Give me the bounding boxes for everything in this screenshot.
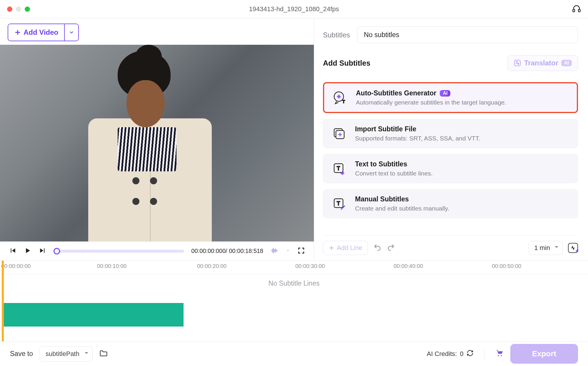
chevron-down-icon <box>69 30 74 35</box>
import-file-icon <box>331 125 347 142</box>
option-auto-subtitles[interactable]: T Auto-Subtitles Generator AI Automatica… <box>323 82 578 113</box>
cart-button[interactable] <box>495 348 504 359</box>
open-folder-button[interactable] <box>99 349 108 359</box>
support-icon[interactable] <box>572 4 581 14</box>
scrubber-thumb[interactable] <box>54 248 60 254</box>
option-desc: Convert text to subtitle lines. <box>355 170 433 177</box>
ruler-tick: 00:00:10:00 <box>97 263 126 269</box>
svg-rect-1 <box>578 9 580 12</box>
undo-button[interactable] <box>373 243 382 253</box>
ai-badge: AI <box>440 90 450 97</box>
add-subtitles-heading: Add Subtitles <box>323 59 370 67</box>
ruler-tick: 00:00:00:00 <box>1 263 31 269</box>
option-desc: Create and edit subtitles manually. <box>355 205 449 212</box>
translator-label: Translator <box>524 59 558 67</box>
add-line-button[interactable]: Add Line <box>323 241 368 255</box>
add-video-dropdown[interactable] <box>64 24 78 41</box>
svg-rect-0 <box>573 9 575 12</box>
video-preview[interactable] <box>0 45 314 241</box>
fullscreen-button[interactable] <box>297 247 305 256</box>
option-desc: Supported formats: SRT, ASS, SSA, and VT… <box>355 135 480 142</box>
waveform-options-icon[interactable] <box>286 248 290 254</box>
export-button[interactable]: Export <box>510 344 578 364</box>
next-frame-button[interactable] <box>39 247 46 256</box>
option-text-to-subtitles[interactable]: T Text to Subtitles Convert text to subt… <box>323 154 578 183</box>
player-controls: 00:00:00:000/ 00:00:18:518 <box>0 241 314 260</box>
waveform-icon[interactable] <box>270 246 279 256</box>
add-line-label: Add Line <box>337 244 362 252</box>
text-to-subtitles-icon: T <box>331 160 347 177</box>
window-title: 1943413-hd_1920_1080_24fps <box>249 5 339 13</box>
save-path-select[interactable]: subtitlePath <box>39 346 93 362</box>
close-window-button[interactable] <box>7 6 12 12</box>
waveform-sync-button[interactable] <box>568 243 578 253</box>
bottom-bar: Save to subtitlePath AI Credits: 0 Expor… <box>0 341 588 366</box>
video-subject-figure <box>82 48 218 241</box>
option-desc: Automatically generate subtitles in the … <box>356 99 506 106</box>
option-manual-subtitles[interactable]: T Manual Subtitles Create and edit subti… <box>323 189 578 218</box>
svg-point-11 <box>498 355 499 356</box>
window-controls <box>7 6 30 12</box>
no-subtitle-lines-label: No Subtitle Lines <box>269 279 320 287</box>
subtitle-line-toolbar: Add Line 1 min <box>323 235 578 257</box>
option-title: Manual Subtitles <box>355 195 449 203</box>
svg-point-12 <box>501 355 502 356</box>
add-video-button[interactable]: Add Video <box>8 24 64 41</box>
ruler-tick: 00:00:30:00 <box>295 263 325 269</box>
subtitles-label: Subtitles <box>323 31 350 39</box>
timeline-playhead[interactable] <box>2 261 4 341</box>
subtitles-dropdown[interactable]: No subtitles <box>357 27 578 43</box>
timeline-ruler[interactable]: 00:00:00:00 00:00:10:00 00:00:20:00 00:0… <box>0 261 588 274</box>
manual-subtitles-icon: T <box>331 196 347 212</box>
timeline[interactable]: 00:00:00:00 00:00:10:00 00:00:20:00 00:0… <box>0 260 588 341</box>
credits-value: 0 <box>460 350 463 358</box>
svg-text:T: T <box>337 165 340 171</box>
svg-text:T: T <box>337 201 340 206</box>
ai-credits-display: AI Credits: 0 <box>427 350 474 358</box>
scrubber[interactable] <box>54 250 184 253</box>
translator-button[interactable]: Translator AI <box>507 55 578 71</box>
video-clip[interactable] <box>3 303 184 327</box>
auto-subtitles-icon: T <box>332 90 348 106</box>
ruler-tick: 00:00:40:00 <box>394 263 423 269</box>
ai-badge: AI <box>561 60 572 66</box>
divider <box>484 349 484 359</box>
subtitles-panel: Subtitles No subtitles Add Subtitles Tra… <box>314 18 588 260</box>
plus-icon <box>329 245 334 251</box>
option-title: Import Subtitle File <box>355 125 480 133</box>
editor-left-panel: Add Video <box>0 18 314 260</box>
time-display: 00:00:00:000/ 00:00:18:518 <box>191 248 263 254</box>
option-import-subtitle-file[interactable]: Import Subtitle File Supported formats: … <box>323 119 578 148</box>
credits-label: AI Credits: <box>427 350 457 358</box>
ruler-tick: 00:00:20:00 <box>197 263 226 269</box>
plus-icon <box>14 29 21 36</box>
maximize-window-button[interactable] <box>25 6 30 12</box>
save-to-label: Save to <box>10 350 33 358</box>
ruler-tick: 00:00:50:00 <box>492 263 521 269</box>
titlebar: 1943413-hd_1920_1080_24fps <box>0 0 588 18</box>
refresh-credits-button[interactable] <box>467 350 474 358</box>
redo-button[interactable] <box>387 243 395 253</box>
translator-icon <box>514 59 521 67</box>
add-video-label: Add Video <box>24 28 58 37</box>
svg-text:T: T <box>342 99 345 104</box>
option-title: Auto-Subtitles Generator <box>356 89 436 97</box>
timeline-zoom-select[interactable]: 1 min <box>529 241 563 255</box>
prev-frame-button[interactable] <box>9 247 16 256</box>
play-button[interactable] <box>24 246 32 256</box>
minimize-window-button[interactable] <box>16 6 21 12</box>
add-video-split-button[interactable]: Add Video <box>8 24 79 41</box>
option-title: Text to Subtitles <box>355 160 433 168</box>
